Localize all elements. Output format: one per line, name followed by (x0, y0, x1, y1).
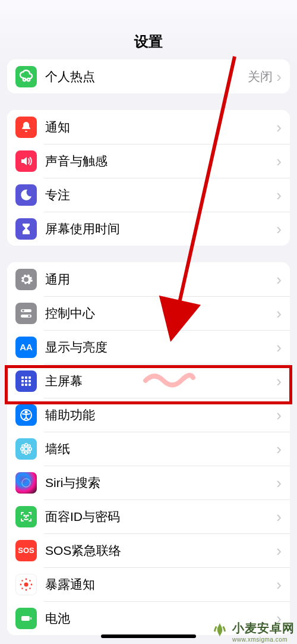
svg-point-25 (28, 451, 30, 453)
watermark-text: 小麦安卓网 (232, 620, 295, 636)
chevron-right-icon: › (276, 153, 282, 169)
svg-rect-11 (29, 380, 31, 382)
row-home-screen[interactable]: 主屏幕 › (7, 364, 290, 398)
row-sos[interactable]: SOS SOS紧急联络 › (7, 533, 290, 567)
row-general[interactable]: 通用 › (7, 262, 290, 296)
svg-point-24 (22, 451, 24, 453)
svg-point-22 (22, 445, 24, 447)
moon-icon (15, 184, 37, 206)
svg-rect-39 (30, 617, 31, 620)
svg-point-20 (21, 447, 23, 450)
row-label: 专注 (45, 187, 276, 203)
row-exposure[interactable]: 暴露通知 › (7, 567, 290, 601)
chevron-right-icon: › (276, 187, 282, 203)
row-personal-hotspot[interactable]: 个人热点 关闭 › (7, 59, 290, 93)
svg-point-17 (24, 447, 28, 451)
row-accessibility[interactable]: 辅助功能 › (7, 398, 290, 432)
accessibility-icon (15, 404, 37, 426)
row-label: Siri与搜索 (45, 475, 276, 491)
watermark-url: www.xmsigma.com (232, 636, 295, 643)
siri-icon (15, 472, 37, 494)
svg-point-29 (24, 582, 29, 586)
group-system: 通用 › 控制中心 › AA 显示与亮度 › 主屏幕 › 辅助功能 › 墙纸 › (7, 262, 290, 635)
svg-rect-38 (21, 616, 30, 621)
row-label: 显示与亮度 (45, 339, 276, 356)
hourglass-icon (15, 218, 37, 240)
aa-label: AA (20, 342, 33, 352)
svg-point-1 (27, 78, 30, 80)
chevron-right-icon: › (276, 373, 282, 389)
row-sounds[interactable]: 声音与触感 › (7, 144, 290, 178)
chevron-right-icon: › (276, 441, 282, 457)
flower-icon (15, 438, 37, 460)
chevron-right-icon: › (276, 407, 282, 423)
svg-point-5 (28, 315, 30, 317)
toggles-icon (15, 303, 37, 324)
svg-point-33 (31, 583, 33, 585)
svg-point-27 (24, 515, 25, 516)
chevron-right-icon: › (276, 221, 282, 237)
row-label: 面容ID与密码 (45, 508, 276, 525)
row-label: 墙纸 (45, 441, 276, 457)
row-control-center[interactable]: 控制中心 › (7, 296, 290, 330)
row-label: 主屏幕 (45, 373, 276, 389)
chevron-right-icon: › (276, 306, 282, 321)
row-label: SOS紧急联络 (45, 542, 276, 559)
chevron-right-icon: › (276, 543, 282, 558)
bell-icon (15, 117, 37, 138)
svg-rect-6 (21, 376, 24, 379)
row-label: 声音与触感 (45, 153, 276, 169)
svg-point-31 (26, 589, 27, 590)
header: 设置 (0, 0, 297, 59)
battery-icon (15, 608, 37, 629)
row-focus[interactable]: 专注 › (7, 178, 290, 212)
row-wallpaper[interactable]: 墙纸 › (7, 432, 290, 466)
svg-rect-9 (21, 380, 24, 382)
group-alerts: 通知 › 声音与触感 › 专注 › 屏幕使用时间 › (7, 110, 290, 246)
svg-rect-13 (25, 384, 27, 386)
row-label: 控制中心 (45, 305, 276, 322)
chevron-right-icon: › (276, 509, 282, 524)
hotspot-icon (15, 66, 37, 87)
chevron-right-icon: › (276, 120, 282, 135)
row-faceid[interactable]: 面容ID与密码 › (7, 500, 290, 533)
svg-point-30 (26, 578, 27, 580)
svg-point-4 (22, 309, 24, 312)
svg-point-16 (25, 411, 27, 413)
row-siri[interactable]: Siri与搜索 › (7, 466, 290, 500)
row-display[interactable]: AA 显示与亮度 › (7, 330, 290, 364)
watermark: 小麦安卓网 www.xmsigma.com (210, 620, 295, 643)
page-title: 设置 (134, 32, 163, 51)
row-label: 屏幕使用时间 (45, 221, 276, 237)
svg-point-26 (22, 479, 30, 487)
text-size-icon: AA (15, 337, 37, 358)
svg-rect-12 (21, 384, 24, 386)
row-notifications[interactable]: 通知 › (7, 110, 290, 144)
svg-point-32 (20, 583, 22, 585)
grid-icon (15, 370, 37, 392)
svg-point-37 (29, 588, 31, 589)
row-label: 暴露通知 (45, 576, 276, 593)
gear-icon (15, 269, 37, 290)
svg-point-0 (23, 78, 26, 80)
svg-point-35 (29, 580, 31, 582)
svg-point-19 (25, 451, 27, 454)
svg-point-21 (29, 447, 31, 450)
svg-point-23 (28, 445, 30, 447)
svg-point-36 (21, 588, 23, 589)
home-indicator (101, 634, 196, 638)
svg-point-34 (21, 580, 23, 582)
row-label: 辅助功能 (45, 407, 276, 423)
svg-rect-10 (25, 380, 27, 382)
row-detail: 关闭 (248, 68, 273, 85)
svg-rect-14 (29, 384, 31, 386)
row-label: 通用 (45, 271, 276, 288)
row-label: 通知 (45, 119, 276, 136)
exposure-icon (15, 574, 37, 595)
chevron-right-icon: › (276, 69, 282, 84)
row-screentime[interactable]: 屏幕使用时间 › (7, 212, 290, 246)
wheat-icon (210, 621, 230, 642)
sos-label: SOS (18, 546, 34, 555)
svg-point-28 (27, 515, 29, 516)
chevron-right-icon: › (276, 340, 282, 355)
